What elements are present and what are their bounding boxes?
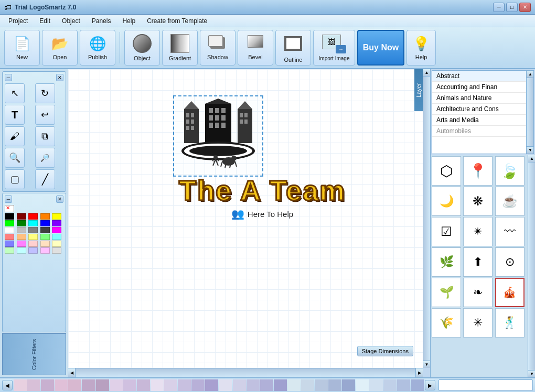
bottom-swatch-13[interactable] (191, 379, 205, 391)
rotate-tool[interactable]: ↻ (35, 83, 55, 103)
color-filters-tab[interactable]: Color Filters (2, 333, 66, 375)
color-swatch-28[interactable] (40, 247, 50, 254)
bottom-swatch-19[interactable] (274, 379, 287, 391)
color-swatch-15[interactable] (5, 234, 14, 240)
color-swatch-25[interactable] (5, 247, 14, 254)
menu-help[interactable]: Help (117, 16, 141, 26)
color-swatch-6[interactable] (17, 220, 26, 226)
bottom-swatch-14[interactable] (205, 379, 218, 391)
import-image-button[interactable]: 🖼 → Import Image (313, 30, 355, 66)
category-architecture[interactable]: Architecture and Cons (432, 104, 526, 115)
bottom-swatch-3[interactable] (55, 379, 68, 391)
bottom-swatch-12[interactable] (178, 379, 191, 391)
copy-tool[interactable]: ⧉ (35, 126, 55, 146)
color-swatch-2[interactable] (28, 213, 38, 220)
bottom-scroll-right[interactable]: ▶ (425, 380, 435, 390)
close-btn[interactable]: ✕ (519, 3, 531, 12)
symbol-cell-5[interactable]: ☕ (495, 187, 525, 216)
category-animals[interactable]: Animals and Nature (432, 93, 526, 104)
logo-container[interactable]: The A Team 👥 Here To Help (152, 95, 372, 220)
category-scroll[interactable]: ▲ ▼ (526, 71, 533, 154)
bottom-swatch-27[interactable] (383, 379, 397, 391)
publish-button[interactable]: 🌐 Publish (80, 30, 115, 66)
category-abstract[interactable]: Abstract (432, 71, 526, 82)
category-accounting[interactable]: Accounting and Finan (432, 82, 526, 93)
outline-button[interactable]: Outline (275, 30, 311, 66)
layer-tab[interactable]: Layer (414, 69, 423, 111)
symbol-cell-4[interactable]: ❋ (463, 187, 493, 216)
object-button[interactable]: Object (124, 30, 160, 66)
gradient-button[interactable]: Gradient (162, 30, 198, 66)
bottom-swatch-29[interactable] (411, 379, 424, 391)
color-swatch-3[interactable] (40, 213, 50, 220)
frame-tool[interactable]: ▢ (5, 169, 25, 189)
buy-now-button[interactable]: Buy Now (357, 30, 404, 66)
select-tool[interactable]: ↖ (5, 83, 25, 103)
bevel-button[interactable]: Bevel (238, 30, 273, 66)
color-swatch-0[interactable] (5, 213, 14, 220)
vscroll-up-btn[interactable]: ▲ (423, 69, 431, 77)
color-swatch-14[interactable] (52, 227, 61, 233)
symbol-cell-13[interactable]: ❧ (463, 278, 493, 307)
color-swatch-11[interactable] (17, 227, 26, 233)
symbol-cell-17[interactable]: 🕺 (495, 308, 525, 337)
open-button[interactable]: 📂 Open (42, 30, 78, 66)
logo-main-text[interactable]: The A Team (152, 174, 372, 206)
color-swatch-22[interactable] (28, 241, 38, 247)
color-swatch-1[interactable] (17, 213, 26, 220)
symbol-cell-15[interactable]: 🌾 (432, 308, 461, 337)
color-swatch-23[interactable] (40, 241, 50, 247)
bottom-swatch-23[interactable] (328, 379, 341, 391)
bottom-swatch-22[interactable] (315, 379, 328, 391)
sym-scroll-down[interactable]: ▼ (528, 370, 535, 377)
bottom-swatch-25[interactable] (356, 379, 369, 391)
hscroll-left-btn[interactable]: ◀ (68, 368, 76, 378)
cat-scroll-down[interactable]: ▼ (527, 146, 534, 154)
color-swatch-17[interactable] (28, 234, 38, 240)
symbol-cell-10[interactable]: ⬆ (463, 247, 493, 277)
color-swatch-8[interactable] (40, 220, 50, 226)
symbol-cell-11[interactable]: ⊙ (495, 247, 525, 277)
bottom-swatch-11[interactable] (164, 379, 177, 391)
help-button[interactable]: 💡 Help (406, 30, 436, 66)
stage-dimensions-btn[interactable]: Stage Dimensions (357, 346, 413, 356)
menu-panels[interactable]: Panels (87, 16, 116, 26)
color-swatch-24[interactable] (52, 241, 61, 247)
color-swatch-9[interactable] (52, 220, 61, 226)
zoom-in-tool[interactable]: 🔍 (5, 148, 25, 168)
color-swatch-10[interactable] (5, 227, 14, 233)
bottom-swatch-1[interactable] (27, 379, 40, 391)
bottom-swatch-16[interactable] (233, 379, 246, 391)
bottom-scroll-left[interactable]: ◀ (2, 380, 13, 390)
bottom-swatch-2[interactable] (41, 379, 54, 391)
new-button[interactable]: 📄 New (4, 30, 40, 66)
symbol-cell-6[interactable]: ☑ (432, 217, 461, 246)
bottom-swatch-28[interactable] (397, 379, 410, 391)
bottom-swatch-0[interactable] (14, 379, 27, 391)
color-swatch-27[interactable] (28, 247, 38, 254)
cat-scroll-up[interactable]: ▲ (527, 71, 534, 78)
color-swatch-29[interactable] (52, 247, 61, 254)
bottom-swatch-10[interactable] (151, 379, 164, 391)
symbol-cell-14[interactable]: 🎪 (495, 278, 525, 307)
logo-tagline[interactable]: 👥 Here To Help (152, 208, 372, 220)
color-swatch-21[interactable] (17, 241, 26, 247)
bottom-swatch-17[interactable] (247, 379, 260, 391)
symbol-cell-2[interactable]: 🍃 (495, 156, 525, 186)
line-tool[interactable]: ╱ (35, 169, 55, 189)
color-swatch-20[interactable] (5, 241, 14, 247)
bottom-swatch-4[interactable] (68, 379, 81, 391)
menu-create-from-template[interactable]: Create from Template (142, 16, 212, 26)
text-tool[interactable]: T (5, 105, 25, 125)
symbol-cell-1[interactable]: 📍 (463, 156, 493, 186)
minimize-btn[interactable]: ─ (493, 3, 505, 12)
color-swatch-12[interactable] (28, 227, 38, 233)
zoom-out-tool[interactable]: 🔎 (35, 148, 55, 168)
bottom-swatch-5[interactable] (82, 379, 95, 391)
logo-image-selection[interactable] (173, 95, 263, 177)
bottom-swatch-20[interactable] (287, 379, 301, 391)
paint-tool[interactable]: 🖌 (5, 126, 25, 146)
shadow-button[interactable]: Shadow (200, 30, 236, 66)
sym-scroll-up[interactable]: ▲ (528, 155, 535, 162)
symbol-cell-7[interactable]: ✴ (463, 217, 493, 246)
